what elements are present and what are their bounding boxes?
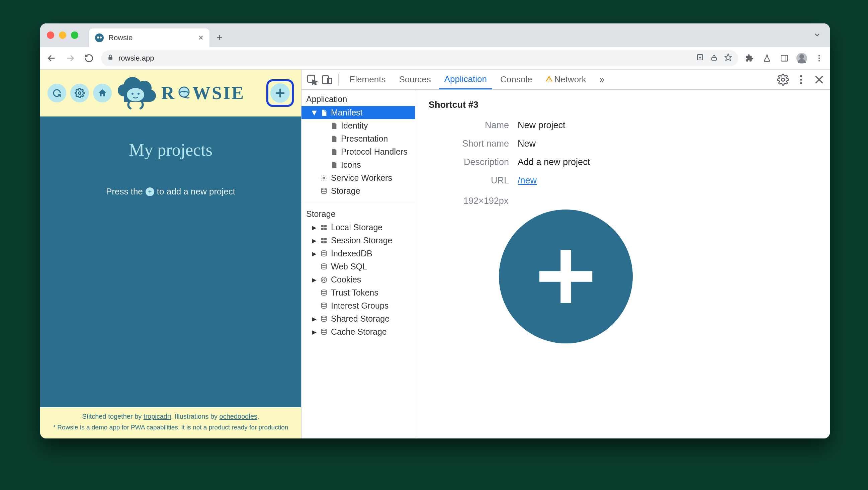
svg-point-27: [800, 79, 802, 81]
browser-tab[interactable]: Rowsie ×: [89, 28, 210, 47]
tree-item-interest-groups[interactable]: Interest Groups: [302, 299, 415, 312]
tab-elements[interactable]: Elements: [344, 70, 391, 89]
svg-point-51: [321, 329, 327, 331]
window-close-button[interactable]: [47, 31, 54, 39]
tree-label: Icons: [341, 160, 361, 170]
tree-item-service-workers[interactable]: Service Workers: [302, 172, 415, 184]
devtools-pane: Elements Sources Application Console Net…: [301, 70, 830, 438]
tree-item-icons[interactable]: Icons: [302, 158, 415, 172]
side-panel-icon[interactable]: [778, 52, 790, 64]
tab-close-icon[interactable]: ×: [198, 32, 204, 43]
svg-point-46: [324, 280, 325, 281]
install-icon[interactable]: [696, 53, 704, 63]
value-description: Add a new project: [518, 157, 816, 167]
svg-point-16: [137, 93, 140, 95]
svg-rect-37: [321, 238, 323, 240]
tree-item-web-sql[interactable]: Web SQL: [302, 260, 415, 273]
settings-icon[interactable]: [70, 84, 89, 102]
tree-section-application: Application: [302, 90, 415, 106]
inspect-icon[interactable]: [306, 73, 318, 86]
svg-point-25: [782, 78, 785, 81]
tree-item-local-storage[interactable]: ▸Local Storage: [302, 221, 415, 234]
tabs-menu-button[interactable]: [813, 31, 821, 40]
reload-button[interactable]: [82, 52, 96, 65]
new-tab-button[interactable]: ＋: [215, 31, 224, 43]
devtools-tabbar: Elements Sources Application Console Net…: [302, 70, 830, 90]
devtools-detail: Shortcut #3 Name New project Short name …: [415, 90, 830, 438]
share-icon[interactable]: [710, 53, 718, 63]
add-button-highlight: [266, 79, 294, 107]
svg-rect-8: [781, 55, 788, 61]
footer-link-author[interactable]: tropicadri: [144, 413, 171, 420]
devtools-menu-icon[interactable]: [795, 73, 807, 86]
svg-rect-34: [324, 225, 327, 227]
devtools-settings-icon[interactable]: [777, 73, 789, 86]
label-description: Description: [429, 157, 509, 167]
tree-item-identity[interactable]: Identity: [302, 119, 415, 132]
content-row: R WSIE My projects Press the to add a ne…: [40, 70, 830, 438]
svg-point-31: [323, 177, 325, 179]
add-project-button[interactable]: [270, 83, 290, 103]
tab-application[interactable]: Application: [439, 70, 492, 89]
labs-icon[interactable]: [761, 52, 773, 64]
tree-item-cache-storage[interactable]: ▸Cache Storage: [302, 325, 415, 338]
tree-section-storage: Storage: [302, 205, 415, 221]
address-bar[interactable]: rowsie.app: [101, 50, 738, 66]
tree-item-indexeddb[interactable]: ▸IndexedDB: [302, 247, 415, 260]
tree-item-trust-tokens[interactable]: Trust Tokens: [302, 286, 415, 299]
svg-rect-40: [324, 241, 327, 243]
app-logo: R WSIE: [161, 83, 245, 103]
tab-console[interactable]: Console: [495, 70, 537, 89]
browser-toolbar: rowsie.app: [40, 47, 830, 70]
svg-point-43: [321, 277, 327, 282]
tree-label: Storage: [331, 186, 361, 196]
tree-label: Session Storage: [331, 236, 392, 245]
forward-button[interactable]: [64, 52, 77, 65]
devtools-close-icon[interactable]: [813, 73, 825, 86]
svg-point-32: [321, 188, 327, 190]
warning-icon: [546, 74, 553, 85]
tree-item-session-storage[interactable]: ▸Session Storage: [302, 234, 415, 247]
tree-label: Web SQL: [331, 262, 367, 271]
tree-label: Cache Storage: [331, 327, 387, 337]
tab-network[interactable]: Network: [540, 70, 591, 89]
window-maximize-button[interactable]: [71, 31, 78, 39]
logo-text-pre: R: [161, 83, 176, 103]
tab-more[interactable]: »: [594, 70, 610, 89]
tree-label: Trust Tokens: [331, 288, 378, 298]
browser-menu-icon[interactable]: [813, 52, 825, 64]
label-url: URL: [429, 175, 509, 186]
home-icon[interactable]: [93, 84, 112, 102]
tree-item-shared-storage[interactable]: ▸Shared Storage: [302, 312, 415, 325]
extensions-icon[interactable]: [744, 52, 755, 64]
logo-text-post: WSIE: [192, 83, 245, 103]
sync-icon[interactable]: [48, 84, 66, 102]
omnibox-actions: [696, 53, 732, 63]
value-name: New project: [518, 120, 816, 130]
window-minimize-button[interactable]: [59, 31, 66, 39]
back-button[interactable]: [45, 52, 58, 65]
footer-link-illustrator[interactable]: ochedoodles: [219, 413, 257, 420]
tab-sources[interactable]: Sources: [394, 70, 436, 89]
tree-item-manifest[interactable]: ▼ Manifest: [302, 106, 415, 119]
svg-point-48: [321, 289, 327, 292]
svg-point-45: [324, 278, 325, 279]
app-footer: Stitched together by tropicadri. Illustr…: [40, 407, 301, 438]
tree-item-presentation[interactable]: Presentation: [302, 132, 415, 145]
tree-label: Service Workers: [331, 173, 392, 183]
svg-point-47: [322, 280, 323, 281]
page-title: My projects: [40, 140, 301, 160]
profile-avatar[interactable]: [796, 52, 808, 64]
tree-label: Interest Groups: [331, 301, 389, 311]
tree-item-cookies[interactable]: ▸Cookies: [302, 273, 415, 286]
chevron-down-icon: ▼: [312, 108, 317, 118]
bookmark-icon[interactable]: [724, 53, 732, 63]
tree-label: IndexedDB: [331, 249, 372, 258]
tree-label: Manifest: [331, 108, 362, 118]
tree-item-protocol-handlers[interactable]: Protocol Handlers: [302, 145, 415, 158]
tab-network-label: Network: [554, 74, 586, 85]
value-url-link[interactable]: /new: [518, 175, 537, 185]
label-short-name: Short name: [429, 139, 509, 149]
device-toggle-icon[interactable]: [321, 73, 333, 86]
tree-item-storage[interactable]: Storage: [302, 184, 415, 197]
